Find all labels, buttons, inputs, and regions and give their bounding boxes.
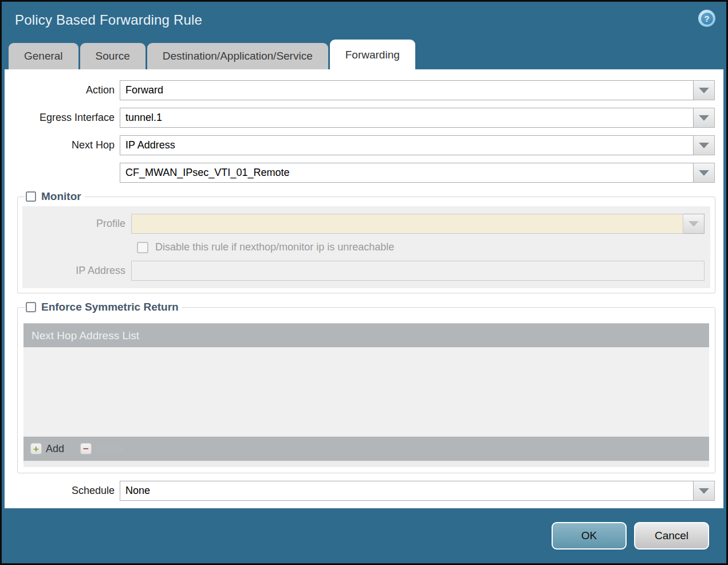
monitor-ip-combo [131,261,705,281]
monitor-fieldset: Monitor Profile Disable this rule if nex… [17,190,715,293]
action-dropdown-button[interactable] [694,80,715,100]
pbf-rule-dialog: Policy Based Forwarding Rule ? General S… [0,0,728,565]
next-hop-address-table: Next Hop Address List + Add − Delete [23,323,709,467]
symmetric-return-fieldset: Enforce Symmetric Return Next Hop Addres… [17,301,715,473]
egress-interface-input[interactable] [120,108,694,128]
monitor-ip-row: IP Address [22,261,705,281]
next-hop-type-input[interactable] [120,135,694,155]
help-icon[interactable]: ? [698,10,715,27]
egress-interface-row: Egress Interface [5,108,715,128]
symmetric-return-legend: Enforce Symmetric Return [25,301,182,313]
chevron-down-icon [699,143,709,148]
delete-button-label: Delete [96,443,125,455]
profile-label: Profile [22,218,131,230]
tab-bar: General Source Destination/Application/S… [2,38,726,69]
profile-dropdown-button [683,214,705,234]
monitor-ip-input [131,261,705,281]
next-hop-label: Next Hop [5,139,120,151]
disable-rule-checkbox [137,242,148,253]
dialog-footer: OK Cancel [2,508,726,563]
egress-interface-label: Egress Interface [5,112,120,124]
profile-combo [131,214,705,234]
tab-forwarding[interactable]: Forwarding [330,40,415,69]
next-hop-type-combo [120,135,715,155]
table-body[interactable] [23,347,709,437]
disable-rule-label: Disable this rule if nexthop/monitor ip … [155,241,394,253]
dialog-title: Policy Based Forwarding Rule [15,12,202,28]
delete-button: − Delete [80,443,125,455]
schedule-row: Schedule [5,481,715,501]
action-combo [120,80,715,100]
table-footer: + Add − Delete [23,437,709,461]
profile-row: Profile [22,214,705,234]
tab-content-forwarding: Action Egress Interface Next Hop [5,69,723,508]
tab-source[interactable]: Source [80,43,145,69]
disable-rule-row: Disable this rule if nexthop/monitor ip … [137,241,705,253]
cancel-button[interactable]: Cancel [634,522,709,550]
next-hop-address-combo [120,163,715,183]
action-label: Action [5,84,120,96]
table-header-label: Next Hop Address List [32,329,139,342]
tab-destination-application-service[interactable]: Destination/Application/Service [147,43,328,69]
chevron-down-icon [699,88,709,93]
next-hop-row: Next Hop [5,135,715,155]
profile-input [131,214,683,234]
schedule-label: Schedule [5,485,120,497]
monitor-checkbox[interactable] [26,191,36,202]
action-row: Action [5,80,715,100]
monitor-panel: Profile Disable this rule if nexthop/mon… [22,206,710,288]
monitor-ip-label: IP Address [22,265,131,277]
monitor-legend-label: Monitor [41,190,81,203]
schedule-dropdown-button[interactable] [694,481,715,501]
chevron-down-icon [699,170,709,176]
next-hop-address-row [5,163,715,183]
chevron-down-icon [699,488,709,494]
add-icon: + [30,443,42,454]
symmetric-return-checkbox[interactable] [26,302,36,312]
next-hop-address-dropdown-button[interactable] [694,163,715,183]
egress-interface-combo [120,108,715,128]
ok-button[interactable]: OK [552,522,627,550]
schedule-input[interactable] [120,481,694,501]
action-input[interactable] [120,80,694,100]
monitor-legend: Monitor [25,190,85,203]
egress-interface-dropdown-button[interactable] [694,108,715,128]
table-resize-strip [23,461,709,467]
help-question-glyph: ? [701,13,713,25]
schedule-combo [120,481,715,501]
dialog-titlebar: Policy Based Forwarding Rule ? [2,2,726,38]
add-button[interactable]: + Add [30,443,64,455]
add-button-label: Add [46,443,64,455]
next-hop-type-dropdown-button[interactable] [694,135,715,155]
symmetric-return-legend-label: Enforce Symmetric Return [41,301,179,313]
table-header: Next Hop Address List [23,323,709,347]
tab-general[interactable]: General [9,43,78,69]
next-hop-address-input[interactable] [120,163,694,183]
chevron-down-icon [699,115,709,121]
delete-icon: − [80,443,92,454]
chevron-down-icon [688,221,699,227]
